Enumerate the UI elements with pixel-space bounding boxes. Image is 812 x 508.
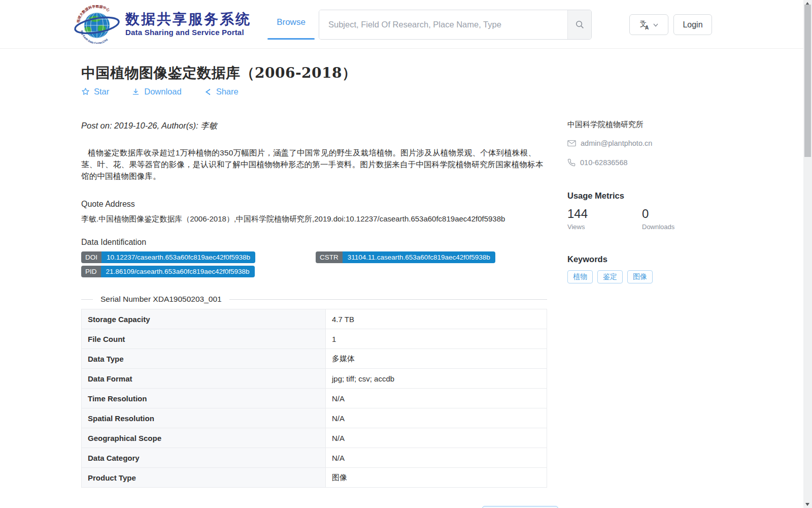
- dataset-main: 中国植物图像鉴定数据库（2006-2018） Star Download: [81, 65, 547, 488]
- serial-number-label: Serial Number XDA19050203_001: [100, 294, 222, 304]
- language-selector-button[interactable]: 文 A: [629, 14, 668, 35]
- scrollbar-thumb[interactable]: [804, 5, 811, 157]
- pid-badge-value: 21.86109/casearth.653a60fc819aec42f0f593…: [101, 266, 255, 277]
- row-value: N/A: [326, 428, 547, 448]
- envelope-icon: [567, 140, 576, 147]
- table-row: Spatial Resolution N/A: [82, 408, 547, 428]
- star-button[interactable]: Star: [81, 87, 109, 97]
- row-value: N/A: [326, 389, 547, 408]
- row-label: Data Format: [82, 369, 326, 389]
- row-label: Geographical Scope: [82, 428, 326, 448]
- identifier-badges: DOI 10.12237/casearth.653a60fc819aec42f0…: [81, 251, 547, 277]
- globe-logo-icon: 地球大数据科学数据中心 Big Earth Data Center,CAS: [74, 5, 120, 44]
- dataset-sidebar: 中国科学院植物研究所 admin@plantphoto.cn 010-62836…: [567, 120, 760, 283]
- downloads-count: 0: [642, 207, 717, 220]
- site-logo[interactable]: 地球大数据科学数据中心 Big Earth Data Center,CAS 数据…: [74, 5, 251, 44]
- row-label: File Count: [82, 329, 326, 349]
- search-input[interactable]: [319, 10, 567, 39]
- nav-tab-browse-indicator: [267, 38, 315, 40]
- views-metric: 144 Views: [567, 207, 642, 231]
- keywords-heading: Keywords: [567, 255, 760, 264]
- dataset-actions: Star Download: [81, 87, 547, 97]
- brand-text: 数据共享服务系统 Data Sharing and Service Portal: [125, 12, 251, 37]
- translate-icon: 文 A: [639, 20, 650, 30]
- search-button[interactable]: [567, 10, 591, 39]
- table-row: Product Type 图像: [82, 468, 547, 488]
- table-row: Data Type 多媒体: [82, 349, 547, 369]
- divider-rule: [229, 299, 547, 300]
- quote-address-heading: Quote Address: [81, 199, 547, 209]
- keyword-tags: 植物 鉴定 图像: [567, 270, 760, 283]
- cstr-badge[interactable]: CSTR 31104.11.casearth.653a60fc819aec42f…: [316, 251, 495, 263]
- cutoff-button[interactable]: [482, 506, 558, 508]
- table-row: Data Format jpg; tiff; csv; accdb: [82, 369, 547, 389]
- keyword-tag[interactable]: 图像: [627, 270, 653, 283]
- star-label: Star: [94, 87, 109, 97]
- share-icon: [204, 88, 212, 96]
- email-text: admin@plantphoto.cn: [581, 139, 652, 148]
- post-info: Post on: 2019-10-26, Author(s): 李敏: [81, 120, 547, 132]
- pid-badge[interactable]: PID 21.86109/casearth.653a60fc819aec42f0…: [81, 266, 255, 277]
- share-button[interactable]: Share: [204, 87, 239, 97]
- cstr-badge-value: 31104.11.casearth.653a60fc819aec42f0f593…: [343, 251, 495, 263]
- row-value: 图像: [326, 468, 547, 488]
- cstr-badge-label: CSTR: [316, 251, 343, 263]
- keyword-tag[interactable]: 鉴定: [597, 270, 623, 283]
- row-value: N/A: [326, 448, 547, 468]
- phone-text: 010-62836568: [580, 158, 628, 167]
- serial-number-divider: Serial Number XDA19050203_001: [81, 294, 547, 304]
- row-label: Time Resolution: [82, 389, 326, 408]
- downloads-metric: 0 Downloads: [642, 207, 717, 231]
- download-label: Download: [144, 87, 181, 97]
- divider-dash: [81, 299, 93, 300]
- doi-badge-label: DOI: [81, 251, 101, 263]
- row-label: Storage Capacity: [82, 309, 326, 329]
- row-label: Data Category: [82, 448, 326, 468]
- table-row: Storage Capacity 4.7 TB: [82, 309, 547, 329]
- table-row: Data Category N/A: [82, 448, 547, 468]
- row-label: Data Type: [82, 349, 326, 369]
- row-label: Product Type: [82, 468, 326, 488]
- star-icon: [81, 87, 90, 96]
- row-value: jpg; tiff; csv; accdb: [326, 369, 547, 389]
- doi-badge-value: 10.12237/casearth.653a60fc819aec42f0f593…: [101, 251, 255, 263]
- contact-email[interactable]: admin@plantphoto.cn: [567, 139, 760, 148]
- dataset-description: 植物鉴定数据库收录超过1万种植物的350万幅图片，涵盖了中国常见的野生及栽培植物…: [81, 147, 547, 182]
- search-icon: [575, 20, 585, 29]
- row-label: Spatial Resolution: [82, 408, 326, 428]
- contact-phone[interactable]: 010-62836568: [567, 158, 760, 167]
- vertical-scrollbar[interactable]: [803, 0, 812, 508]
- nav-tab-browse[interactable]: Browse: [267, 17, 315, 27]
- data-identification-heading: Data Identification: [81, 237, 547, 247]
- chevron-down-icon: [653, 22, 659, 28]
- login-button[interactable]: Login: [673, 14, 712, 35]
- downloads-label: Downloads: [642, 223, 717, 231]
- row-value: 多媒体: [326, 349, 547, 369]
- table-row: File Count 1: [82, 329, 547, 349]
- keyword-tag[interactable]: 植物: [567, 270, 593, 283]
- search-box: [319, 10, 592, 40]
- page: 地球大数据科学数据中心 Big Earth Data Center,CAS 数据…: [0, 0, 812, 508]
- institution-name: 中国科学院植物研究所: [567, 120, 760, 129]
- usage-metrics-heading: Usage Metrics: [567, 191, 760, 201]
- scrollbar-down-arrow-icon[interactable]: [805, 503, 809, 506]
- usage-metrics: 144 Views 0 Downloads: [567, 207, 760, 231]
- brand-title-zh: 数据共享服务系统: [125, 12, 251, 27]
- views-label: Views: [567, 223, 642, 231]
- row-value: 1: [326, 329, 547, 349]
- doi-badge[interactable]: DOI 10.12237/casearth.653a60fc819aec42f0…: [81, 251, 255, 263]
- row-value: N/A: [326, 408, 547, 428]
- quote-address-text: 李敏.中国植物图像鉴定数据库（2006-2018）,中国科学院植物研究所,201…: [81, 214, 547, 224]
- views-count: 144: [567, 207, 642, 220]
- table-row: Time Resolution N/A: [82, 389, 547, 408]
- row-value: 4.7 TB: [326, 309, 547, 329]
- metadata-table: Storage Capacity 4.7 TB File Count 1 Dat…: [81, 309, 547, 488]
- header: 地球大数据科学数据中心 Big Earth Data Center,CAS 数据…: [0, 0, 803, 49]
- phone-icon: [567, 158, 576, 167]
- pid-badge-label: PID: [81, 266, 101, 277]
- svg-text:A: A: [645, 25, 649, 30]
- share-label: Share: [216, 87, 239, 97]
- download-button[interactable]: Download: [131, 87, 181, 97]
- page-title: 中国植物图像鉴定数据库（2006-2018）: [81, 65, 547, 82]
- table-row: Geographical Scope N/A: [82, 428, 547, 448]
